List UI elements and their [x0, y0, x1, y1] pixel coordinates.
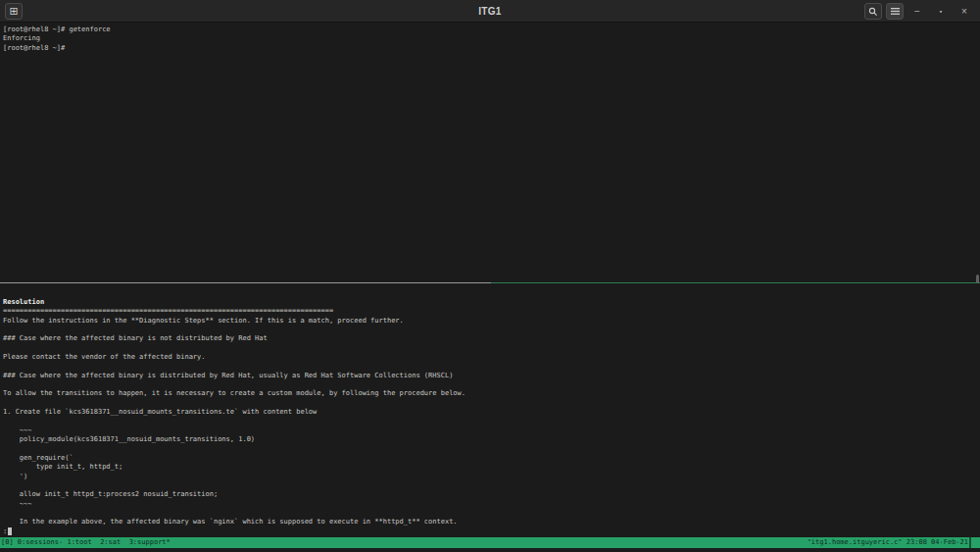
search-icon: [868, 7, 878, 17]
terminal-viewport[interactable]: [root@rhel8 ~]# getenforce Enforcing [ro…: [0, 24, 980, 552]
search-button[interactable]: [864, 3, 882, 20]
new-terminal-icon: ⊞: [9, 6, 18, 17]
status-bar-notch: [969, 537, 971, 548]
window-title: ITG1: [0, 6, 980, 17]
tmux-window-list[interactable]: [0] 0:sessions- 1:toot 2:sat 3:support*: [1, 537, 171, 548]
maximize-button[interactable]: ▪: [931, 3, 951, 20]
tmux-status-right: "itg1.home.itguyeric.c" 23:08 04-Feb-21: [808, 537, 968, 548]
pager-pane: Resolution =============================…: [3, 298, 466, 536]
tmux-status-bar: [0] 0:sessions- 1:toot 2:sat 3:support* …: [0, 537, 980, 548]
tmux-pane-divider[interactable]: [0, 282, 980, 284]
maximize-icon: ▪: [940, 8, 942, 15]
divider-inactive-segment: [0, 282, 491, 283]
document-heading: Resolution: [3, 298, 466, 307]
minimize-icon: −: [914, 7, 920, 17]
hamburger-menu-icon: [891, 7, 900, 16]
pager-prompt-line: :: [3, 527, 466, 536]
text-cursor: [8, 527, 12, 535]
close-button[interactable]: ×: [955, 3, 974, 20]
scrollbar-thumb[interactable]: [976, 275, 979, 283]
terminal-window: ⊞ ITG1 − ▪ × [root@rhel8 ~]# getenforce …: [0, 0, 980, 552]
shell-pane-output: [root@rhel8 ~]# getenforce Enforcing [ro…: [3, 25, 111, 53]
new-terminal-button[interactable]: ⊞: [5, 3, 23, 20]
close-icon: ×: [961, 7, 967, 17]
menu-button[interactable]: [886, 3, 904, 20]
divider-active-segment: [491, 282, 980, 283]
pager-prompt: :: [3, 527, 7, 536]
header-bar: ⊞ ITG1 − ▪ ×: [0, 0, 980, 23]
document-body: ========================================…: [3, 307, 466, 527]
minimize-button[interactable]: −: [907, 3, 927, 20]
